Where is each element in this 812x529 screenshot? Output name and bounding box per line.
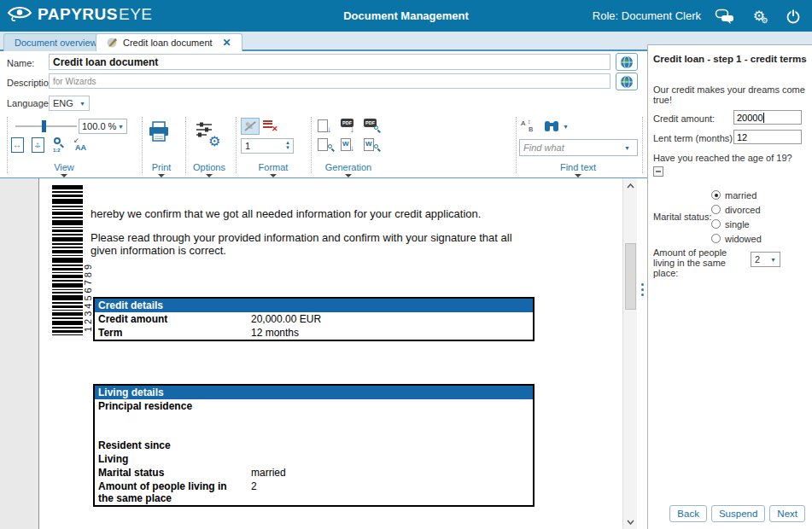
preview-word-icon[interactable]: W — [364, 137, 384, 154]
table-row: Principal residence — [94, 399, 534, 439]
credit-details-table: Credit details Credit amount 20,000.00 E… — [93, 297, 535, 341]
radio-married[interactable] — [711, 190, 721, 200]
panel-splitter — [637, 178, 647, 529]
format-pen-disabled-icon[interactable]: ✎ — [241, 118, 260, 135]
credit-wizard-panel: Credit loan - step 1 - credit terms Our … — [647, 44, 812, 529]
radio-single-label[interactable]: single — [725, 219, 750, 230]
chevron-down-icon: ▼ — [624, 145, 630, 151]
table-row: Marital status married — [94, 466, 534, 480]
options-group-label[interactable]: Options — [183, 162, 236, 177]
table-row: Living — [94, 452, 534, 466]
document-pen-icon — [107, 37, 118, 49]
people-count-select[interactable]: 2 ▼ — [751, 252, 780, 267]
scroll-down-icon[interactable] — [623, 514, 637, 529]
replace-ab-icon[interactable]: A ↕ B — [521, 119, 536, 133]
translate-description-globe-icon[interactable] — [616, 73, 638, 90]
people-count-label: Amount of people living in the same plac… — [653, 247, 749, 278]
find-text-group-label[interactable]: Find text — [540, 162, 616, 177]
confirmation-paragraph: hereby we confirm that we got all needed… — [91, 207, 569, 220]
viewer-toolbar: 100.0 % ▼ ↔ ↔ ↕ 1:2 AA ↙ View — [0, 114, 647, 178]
table-header-row: Credit details — [94, 298, 534, 312]
document-preview-area: 123456789 hereby we confirm that we got … — [0, 178, 637, 529]
download-word-icon[interactable]: W↓ — [341, 137, 361, 154]
role-label: Role: Document Clerk — [593, 9, 701, 22]
document-page: 123456789 hereby we confirm that we got … — [38, 178, 622, 529]
close-tab-icon[interactable]: ✕ — [223, 37, 231, 49]
chat-icon[interactable] — [715, 6, 735, 26]
top-header: PAPYRUS EYE Document Management Role: Do… — [0, 0, 812, 32]
svg-text:⚙: ⚙ — [208, 134, 220, 148]
radio-divorced[interactable] — [711, 205, 721, 214]
back-button[interactable]: Back — [669, 505, 707, 522]
scrollbar-thumb[interactable] — [625, 243, 636, 310]
description-input[interactable] — [49, 73, 610, 89]
chevron-down-icon: ▼ — [79, 101, 85, 107]
radio-widowed-label[interactable]: widowed — [725, 234, 762, 244]
options-sliders-icon[interactable]: ⚙ — [195, 121, 222, 148]
table-row: Amount of people living in the same plac… — [94, 480, 534, 506]
table-title: Living details — [94, 385, 534, 399]
wizard-tagline: Our credit makes your dreams come true! — [653, 84, 809, 105]
zoom-slider-track[interactable] — [15, 125, 77, 127]
font-scaling-icon[interactable]: AA ↙ — [73, 137, 91, 154]
format-spinner[interactable]: 1 ▲▼ — [241, 138, 294, 154]
table-header-row: Living details — [94, 385, 534, 399]
next-button[interactable]: Next — [769, 505, 805, 522]
tab-label: Document overview — [15, 38, 97, 48]
zoom-slider-thumb[interactable] — [42, 120, 46, 132]
name-input[interactable] — [49, 54, 610, 70]
wizard-step-title: Credit loan - step 1 - credit terms — [653, 54, 809, 64]
remove-format-icon[interactable]: ✕ — [263, 119, 276, 131]
find-options-chevron-icon[interactable]: ▼ — [563, 124, 569, 130]
credit-amount-input[interactable] — [733, 110, 802, 125]
zoom-ratio-icon[interactable]: 1:2 — [51, 137, 68, 154]
living-details-table: Living details Principal residence Resid… — [93, 384, 535, 507]
find-combobox[interactable]: ▼ — [519, 139, 638, 156]
suspend-button[interactable]: Suspend — [711, 505, 765, 522]
scroll-up-icon[interactable] — [623, 178, 637, 193]
barcode-bars — [52, 185, 83, 335]
app-window: PAPYRUS EYE Document Management Role: Do… — [0, 0, 812, 529]
document-scrollbar[interactable] — [622, 178, 637, 529]
table-row: Credit amount 20,000.00 EUR — [94, 312, 534, 326]
zoom-level-select[interactable]: 100.0 % ▼ — [79, 119, 127, 134]
download-pdf-icon[interactable]: PDF↓ — [341, 119, 361, 136]
marital-status-label: Marital status: — [653, 212, 711, 222]
table-title: Credit details — [94, 298, 534, 312]
preview-pdf-icon[interactable]: PDF — [364, 119, 384, 136]
generate-document-icon[interactable]: ↓ — [318, 119, 338, 136]
settings-gear-icon[interactable]: ⚙ ⚙ — [749, 6, 769, 26]
tab-label: Credit loan document — [123, 38, 213, 48]
age-checkbox[interactable] — [653, 166, 663, 177]
chevron-down-icon: ▼ — [118, 124, 124, 130]
print-group-label[interactable]: Print — [137, 162, 186, 177]
splitter-drag-handle-icon[interactable] — [637, 281, 647, 299]
print-icon[interactable] — [147, 120, 171, 148]
find-binoculars-icon[interactable] — [544, 119, 559, 132]
generation-group-label[interactable]: Generation — [311, 162, 386, 177]
radio-married-label[interactable]: married — [725, 190, 757, 201]
credit-amount-label: Credit amount: — [653, 113, 715, 124]
radio-divorced-label[interactable]: divorced — [725, 205, 761, 215]
tab-document-overview[interactable]: Document overview — [3, 33, 108, 51]
table-row: Resident since — [94, 439, 534, 452]
age-question-label: Have you reached the age of 19? — [653, 153, 792, 163]
find-input[interactable] — [523, 142, 624, 153]
fit-page-icon[interactable]: ↔ ↕ — [31, 137, 48, 154]
view-group-label[interactable]: View — [24, 162, 104, 177]
text-caret — [763, 113, 764, 123]
instruction-paragraph: Please read through your provided inform… — [91, 231, 528, 257]
spinner-arrows-icon[interactable]: ▲▼ — [285, 140, 290, 150]
language-select[interactable]: ENG ▼ — [49, 96, 90, 111]
preview-document-icon[interactable] — [318, 137, 338, 154]
tab-bar-extension — [647, 32, 812, 44]
fit-width-icon[interactable]: ↔ — [10, 137, 27, 154]
radio-widowed[interactable] — [711, 234, 721, 243]
lent-term-input[interactable] — [733, 130, 802, 144]
radio-single[interactable] — [711, 219, 721, 229]
format-group-label[interactable]: Format — [242, 162, 304, 177]
tab-credit-loan-document[interactable]: Credit loan document ✕ — [96, 33, 242, 51]
name-label: Name: — [7, 58, 34, 68]
translate-name-globe-icon[interactable] — [616, 53, 638, 71]
logout-power-icon[interactable] — [783, 6, 803, 26]
